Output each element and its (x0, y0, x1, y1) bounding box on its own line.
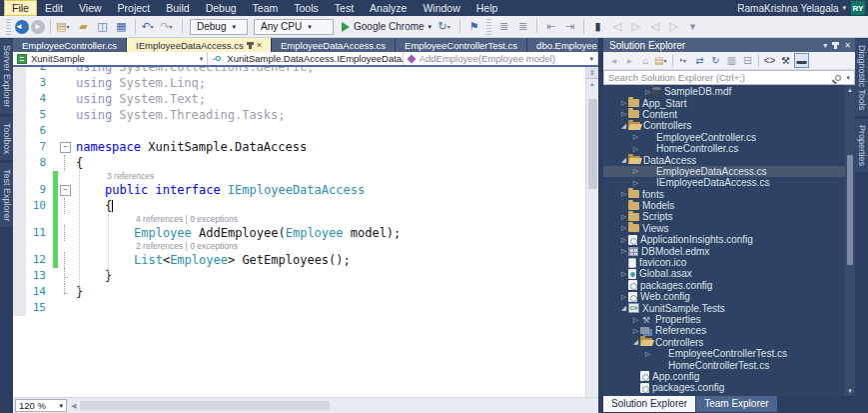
tool-tab-server-explorer[interactable]: Server Explorer (0, 39, 13, 114)
start-debugging-button[interactable]: Google Chrome▾ (338, 21, 435, 32)
outlining-margin[interactable] (58, 198, 72, 214)
solution-platform-combo[interactable]: Any CPU▾ (254, 19, 334, 35)
breakpoint-margin[interactable] (13, 284, 26, 300)
scroll-left-arrow[interactable]: ◀ (67, 402, 80, 410)
tree-item-views[interactable]: ▷Views (603, 223, 845, 234)
close-tab-icon[interactable]: × (257, 41, 262, 50)
breakpoint-margin[interactable] (13, 91, 26, 107)
save-all-button[interactable]: ▦ (113, 18, 130, 35)
expand-arrow[interactable]: ◢ (619, 304, 628, 312)
expand-arrow[interactable]: ▷ (619, 110, 628, 118)
close-panel-button[interactable]: ✕ (844, 41, 851, 50)
se-nest-files-button[interactable]: ▥ (724, 53, 739, 68)
se-collapse-all-button[interactable]: ⊟ (740, 53, 755, 68)
breakpoint-margin[interactable] (13, 182, 26, 198)
scrollbar-thumb[interactable] (847, 155, 853, 265)
se-navigate-forward-button[interactable]: ▸ (622, 53, 637, 68)
tree-item-fonts[interactable]: ▷fonts (603, 189, 845, 200)
expand-arrow[interactable]: ▷ (619, 270, 628, 278)
debug-configuration-combo[interactable]: Debug▾ (190, 19, 248, 35)
menu-item-project[interactable]: Project (110, 0, 159, 16)
zoom-level-combo[interactable]: 120 % ▾ (15, 399, 67, 412)
expand-arrow[interactable]: ▷ (619, 190, 628, 198)
menu-item-build[interactable]: Build (158, 0, 197, 16)
tree-item-controllers[interactable]: ◢Controllers (603, 337, 845, 348)
se-refresh-button[interactable]: ↻ (708, 53, 723, 68)
tree-item-iemployeedataaccess-cs[interactable]: ▷IEmployeeDataAccess.cs (603, 177, 845, 188)
menu-item-analyze[interactable]: Analyze (362, 0, 415, 16)
tree-item-models[interactable]: Models (603, 200, 845, 211)
toolbar-options-button[interactable]: ▾ (684, 18, 701, 35)
tree-item-content[interactable]: ▷Content (603, 109, 845, 120)
menu-item-team[interactable]: Team (245, 0, 287, 16)
open-file-button[interactable]: ▰ (75, 18, 92, 35)
expand-arrow[interactable]: ▷ (643, 350, 652, 358)
previous-bookmark-button[interactable]: ◁ (608, 18, 625, 35)
scroll-up-arrow[interactable]: ▲ (847, 85, 853, 95)
expand-arrow[interactable]: ▷ (619, 236, 628, 244)
tab-employeecontroller-cs[interactable]: EmployeeController.cs (13, 38, 126, 52)
menu-item-debug[interactable]: Debug (198, 0, 245, 16)
editor-horizontal-scrollbar[interactable]: ◀ (67, 398, 598, 413)
se-sync-with-active-document-button[interactable]: ⇄ (692, 53, 707, 68)
line-uncomment-button[interactable]: ≣ (514, 18, 531, 35)
editor-vertical-scrollbar[interactable]: ⇕ ▲ (585, 67, 598, 397)
breakpoint-margin[interactable] (13, 300, 26, 316)
outlining-margin[interactable] (58, 139, 72, 155)
expand-arrow[interactable]: ▷ (631, 179, 640, 187)
tab-employeedataaccess-cs[interactable]: EmployeeDataAccess.cs (272, 38, 395, 52)
codelens-indicator[interactable]: 3 references (72, 171, 154, 182)
menu-item-window[interactable]: Window (415, 0, 467, 16)
expand-arrow[interactable]: ◢ (619, 156, 628, 164)
expand-arrow[interactable]: ◢ (631, 338, 640, 346)
type-selector[interactable]: -OXunitSample.DataAccess.IEmployeeDataAc… (208, 52, 403, 65)
redo-button[interactable]: ↷▾ (160, 18, 177, 35)
scroll-down-arrow[interactable]: ▼ (847, 386, 853, 396)
pin-tab-icon[interactable] (249, 42, 252, 49)
tree-item-applicationinsights-config[interactable]: ▷ApplicationInsights.config (603, 234, 845, 245)
outlining-margin[interactable] (58, 75, 72, 91)
menu-item-file[interactable]: File (4, 0, 37, 16)
scroll-up-arrow[interactable]: ▲ (589, 79, 595, 89)
expand-arrow[interactable]: ▷ (619, 213, 628, 221)
breakpoint-margin[interactable] (13, 268, 26, 284)
outlining-margin[interactable] (58, 91, 72, 107)
new-project-button[interactable]: ▤▾ (56, 18, 73, 35)
increase-indent-button[interactable]: ⇥ (561, 18, 578, 35)
se-show-all-files-button[interactable]: ▬ (794, 53, 809, 68)
tree-item-dbmodel-edmx[interactable]: ▷DBModel.edmx (603, 245, 845, 256)
menu-item-tools[interactable]: Tools (286, 0, 327, 16)
tree-item-employeedataaccess-cs[interactable]: ▷EmployeeDataAccess.cs (603, 166, 845, 177)
breakpoint-margin[interactable] (13, 252, 26, 268)
tool-tab-toolbox[interactable]: Toolbox (0, 117, 13, 160)
tree-item-favicon-ico[interactable]: favicon.ico (603, 257, 845, 268)
tree-item-app-start[interactable]: ▷App_Start (603, 97, 845, 108)
se-navigate-backward-button[interactable]: ◂ (606, 53, 621, 68)
outlining-margin[interactable] (58, 268, 72, 284)
tree-item-homecontrollertest-cs[interactable]: HomeControllerTest.cs (603, 359, 845, 370)
breakpoint-margin[interactable] (13, 198, 26, 214)
tool-tab-properties[interactable]: Properties (855, 119, 868, 172)
outlining-margin[interactable] (58, 252, 72, 268)
split-editor-handle[interactable]: ⇕ (586, 67, 598, 79)
project-selector[interactable]: XunitSample▾ (13, 52, 208, 65)
tree-item-xunitsample-tests[interactable]: ◢XunitSample.Tests (603, 302, 845, 313)
tool-tab-test-explorer[interactable]: Test Explorer (0, 163, 13, 228)
expand-arrow[interactable]: ▷ (619, 224, 628, 232)
breakpoint-margin[interactable] (13, 123, 26, 139)
tree-item-app-config[interactable]: App.config (603, 371, 845, 382)
tree-item-sampledb-mdf[interactable]: ▷SampleDB.mdf (603, 86, 845, 97)
se-properties-button[interactable]: ⚒ (778, 53, 793, 68)
expand-arrow[interactable]: ▷ (619, 99, 628, 107)
navigate-forward-button[interactable]: ► (31, 20, 45, 34)
toggle-bookmark-button[interactable]: ▮ (589, 18, 606, 35)
expand-arrow[interactable]: ▷ (631, 316, 640, 324)
expand-arrow[interactable]: ▷ (631, 145, 640, 153)
se-pending-changes-filter-button[interactable]: ◔▾ (676, 53, 691, 68)
solution-explorer-search[interactable]: Search Solution Explorer (Ctrl+;) ▾ (603, 70, 855, 85)
toolbar-grip[interactable] (6, 19, 11, 35)
tab-iemployeedataaccess-cs[interactable]: IEmployeeDataAccess.cs× (127, 38, 271, 52)
outlining-margin[interactable] (58, 123, 72, 139)
tree-item-controllers[interactable]: ◢Controllers (603, 120, 845, 131)
expand-arrow[interactable]: ▷ (631, 167, 640, 175)
